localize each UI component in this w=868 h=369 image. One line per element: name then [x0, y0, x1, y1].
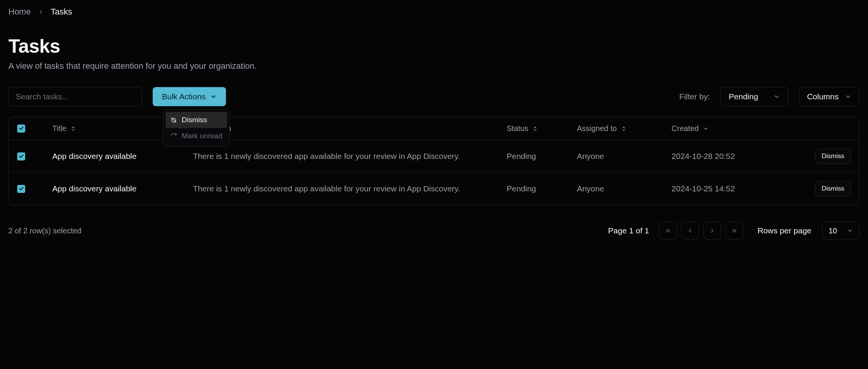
search-input[interactable]	[8, 87, 142, 106]
selection-count: 2 of 2 row(s) selected	[8, 227, 81, 235]
bulk-actions-menu: Dismiss Mark unread	[163, 109, 230, 147]
sort-icon	[70, 126, 76, 132]
chevron-down-icon	[210, 93, 217, 100]
first-page-button[interactable]	[659, 222, 677, 240]
task-title: App discovery available	[52, 183, 176, 194]
dismiss-button[interactable]: Dismiss	[815, 181, 851, 196]
task-created: 2024-10-28 20:52	[671, 152, 735, 160]
rows-per-page-value: 10	[829, 227, 837, 235]
chevron-down-icon	[773, 93, 780, 100]
rows-per-page-select[interactable]: 10	[822, 222, 860, 240]
rows-per-page-label: Rows per page	[758, 226, 812, 235]
table-row[interactable]: App discovery available There is 1 newly…	[9, 140, 859, 173]
bulk-menu-mark-unread-label: Mark unread	[182, 132, 223, 140]
columns-label: Columns	[807, 92, 839, 101]
task-status: Pending	[507, 152, 536, 160]
breadcrumb-current: Tasks	[51, 7, 72, 17]
page-indicator: Page 1 of 1	[608, 226, 649, 235]
task-assigned-to: Anyone	[577, 184, 604, 193]
column-header-assigned-to[interactable]: Assigned to	[577, 124, 627, 133]
chevron-down-icon	[703, 126, 709, 132]
task-status: Pending	[507, 184, 536, 193]
bulk-actions-label: Bulk Actions	[162, 92, 205, 101]
refresh-icon	[170, 133, 177, 139]
task-title: App discovery available	[52, 151, 176, 162]
filter-status-value: Pending	[729, 92, 758, 101]
filter-status-select[interactable]: Pending	[721, 87, 788, 106]
column-header-status[interactable]: Status	[507, 124, 538, 133]
filter-by-label: Filter by:	[679, 92, 710, 101]
bulk-menu-dismiss-label: Dismiss	[182, 116, 207, 124]
next-page-button[interactable]	[703, 222, 721, 240]
bulk-menu-mark-unread: Mark unread	[166, 128, 227, 144]
dismiss-button[interactable]: Dismiss	[815, 149, 851, 164]
task-description: There is 1 newly discovered app availabl…	[193, 151, 490, 162]
select-all-checkbox[interactable]	[17, 125, 25, 133]
prev-page-button[interactable]	[681, 222, 699, 240]
toolbar: Bulk Actions Dismiss Mark unread Filter …	[8, 87, 860, 106]
sort-icon	[532, 126, 538, 132]
breadcrumb-home[interactable]: Home	[8, 7, 31, 17]
columns-button[interactable]: Columns	[799, 87, 860, 106]
task-created: 2024-10-25 14:52	[671, 184, 735, 193]
bulk-menu-dismiss[interactable]: Dismiss	[166, 112, 227, 128]
column-header-title[interactable]: Title	[52, 124, 76, 133]
chevron-down-icon	[845, 93, 852, 100]
sort-icon	[621, 126, 627, 132]
table-row[interactable]: App discovery available There is 1 newly…	[9, 173, 859, 205]
alarm-off-icon	[170, 117, 177, 123]
chevron-right-icon	[38, 9, 44, 15]
row-checkbox[interactable]	[17, 152, 25, 160]
task-assigned-to: Anyone	[577, 152, 604, 160]
tasks-table: Title Description Status	[8, 117, 860, 205]
page-title: Tasks	[8, 35, 860, 57]
chevron-down-icon	[847, 228, 853, 234]
table-footer: 2 of 2 row(s) selected Page 1 of 1 Rows …	[8, 222, 860, 240]
task-description: There is 1 newly discovered app availabl…	[193, 183, 490, 194]
bulk-actions-button[interactable]: Bulk Actions	[153, 87, 226, 106]
page-subtitle: A view of tasks that require attention f…	[8, 61, 860, 71]
row-checkbox[interactable]	[17, 185, 25, 193]
column-header-created[interactable]: Created	[671, 124, 708, 133]
breadcrumb: Home Tasks	[8, 7, 860, 17]
last-page-button[interactable]	[726, 222, 743, 240]
